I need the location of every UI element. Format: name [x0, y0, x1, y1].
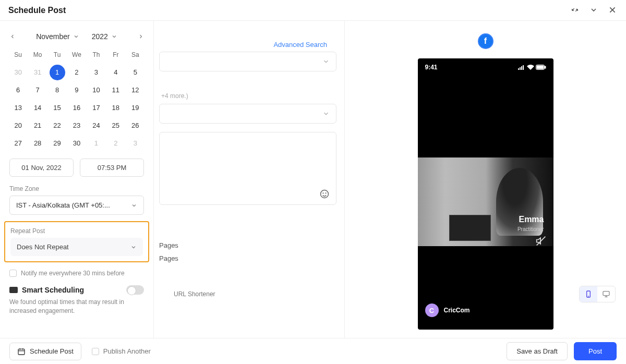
publish-another-label: Publish Another	[103, 347, 151, 355]
advanced-search-link[interactable]: Advanced Search	[159, 41, 336, 48]
prev-month-icon[interactable]	[9, 33, 16, 40]
phone-preview: 9:41 Emma Practitioner C CricCom	[418, 58, 553, 330]
date-input[interactable]: 01 Nov, 2022	[9, 159, 74, 177]
svg-rect-18	[18, 349, 25, 355]
repeat-select[interactable]: Does Not Repeat	[10, 238, 143, 256]
calendar-day[interactable]: 6	[10, 82, 26, 98]
calendar-day[interactable]: 12	[127, 82, 143, 98]
story-image	[418, 157, 553, 246]
account-select[interactable]	[159, 52, 336, 71]
mobile-preview-button[interactable]	[580, 286, 597, 302]
page-title: Schedule Post	[8, 6, 66, 15]
schedule-post-button[interactable]: Schedule Post	[9, 343, 81, 360]
svg-point-3	[323, 193, 323, 193]
phone-time: 9:41	[425, 64, 438, 71]
facebook-icon[interactable]: f	[478, 33, 493, 49]
svg-rect-7	[521, 66, 522, 70]
calendar-day[interactable]: 5	[127, 65, 143, 80]
svg-rect-6	[520, 67, 521, 70]
svg-point-2	[321, 190, 329, 198]
calendar-day[interactable]: 13	[10, 100, 26, 116]
smart-scheduling-toggle[interactable]	[126, 285, 144, 295]
timezone-value: IST - Asia/Kolkata (GMT +05:...	[16, 201, 110, 209]
repeat-label: Repeat Post	[10, 227, 143, 235]
calendar-day[interactable]: 7	[30, 82, 45, 98]
calendar-day[interactable]: 3	[127, 136, 143, 151]
calendar-day[interactable]: 26	[127, 118, 143, 134]
calendar-day[interactable]: 15	[50, 100, 65, 116]
calendar-day[interactable]: 30	[69, 136, 85, 151]
close-icon[interactable]	[608, 6, 618, 15]
calendar-day[interactable]: 22	[50, 118, 65, 134]
story-avatar: C	[425, 304, 439, 317]
calendar-day[interactable]: 1	[50, 65, 65, 80]
notify-label: Notify me everywhere 30 mins before	[21, 270, 125, 277]
footer-bar: Schedule Post Publish Another Save as Dr…	[0, 338, 626, 364]
more-count: +4 more.)	[159, 92, 336, 100]
calendar-day[interactable]: 31	[30, 65, 45, 80]
calendar-day[interactable]: 25	[108, 118, 124, 134]
secondary-select[interactable]	[159, 104, 336, 124]
timezone-select[interactable]: IST - Asia/Kolkata (GMT +05:...	[9, 196, 144, 215]
preview-pane: f 9:41 Emma Practitioner C CricCom	[344, 21, 626, 339]
compose-pane: Advanced Search +4 more.) Pages Pages UR…	[154, 21, 342, 339]
svg-rect-11	[537, 66, 544, 69]
publish-another-checkbox[interactable]: Publish Another	[92, 347, 151, 355]
calendar-day[interactable]: 18	[108, 100, 124, 116]
minimize-icon[interactable]	[571, 6, 580, 15]
month-label: November	[36, 32, 70, 41]
calendar-day[interactable]: 17	[88, 100, 104, 116]
calendar-day[interactable]: 28	[30, 136, 45, 151]
calendar-day[interactable]: 20	[10, 118, 26, 134]
calendar-weekday: Fr	[107, 47, 124, 63]
calendar-day[interactable]: 23	[69, 118, 85, 134]
post-content-input[interactable]	[159, 132, 336, 205]
svg-rect-15	[603, 292, 609, 296]
calendar-weekday: Mo	[29, 47, 46, 63]
calendar-day[interactable]: 16	[69, 100, 85, 116]
url-shortener-link[interactable]: URL Shortener	[174, 290, 336, 298]
calendar-day[interactable]: 11	[108, 82, 124, 98]
post-button[interactable]: Post	[574, 342, 617, 360]
calendar-day[interactable]: 4	[108, 65, 124, 80]
calendar-day[interactable]: 1	[88, 136, 104, 151]
save-draft-button[interactable]: Save as Draft	[507, 342, 568, 360]
story-name: Emma	[519, 215, 544, 224]
calendar-day[interactable]: 8	[50, 82, 65, 98]
smart-scheduling-desc: We found optimal times that may result i…	[9, 298, 144, 316]
calendar-day[interactable]: 10	[88, 82, 104, 98]
pages-label-2: Pages	[159, 254, 336, 262]
mute-icon[interactable]	[536, 236, 546, 246]
month-selector[interactable]: November	[36, 32, 79, 41]
calendar-day[interactable]: 21	[30, 118, 45, 134]
phone-status-icons	[518, 64, 546, 71]
next-month-icon[interactable]	[138, 33, 144, 40]
year-selector[interactable]: 2022	[92, 32, 117, 41]
calendar-day[interactable]: 19	[127, 100, 143, 116]
year-label: 2022	[92, 32, 108, 41]
calendar-day[interactable]: 3	[88, 65, 104, 80]
calendar-weekday: Tu	[49, 47, 66, 63]
time-input[interactable]: 07:53 PM	[80, 159, 144, 177]
calendar-day[interactable]: 9	[69, 82, 85, 98]
schedule-panel: November 2022 SuMoTuWeThFrSa303112345678…	[0, 21, 154, 339]
calendar-day[interactable]: 2	[69, 65, 85, 80]
device-toggle	[579, 286, 616, 302]
notify-checkbox-row[interactable]: Notify me everywhere 30 mins before	[9, 270, 144, 277]
publish-another-box[interactable]	[92, 348, 99, 355]
calendar-day[interactable]: 27	[10, 136, 26, 151]
pages-label-1: Pages	[159, 241, 336, 249]
calendar-day[interactable]: 29	[50, 136, 65, 151]
calendar-day[interactable]: 14	[30, 100, 45, 116]
notify-checkbox[interactable]	[9, 270, 17, 277]
emoji-picker-icon[interactable]	[319, 189, 330, 199]
calendar-day[interactable]: 2	[108, 136, 124, 151]
desktop-preview-button[interactable]	[597, 286, 615, 302]
schedule-post-label: Schedule Post	[30, 347, 74, 355]
calendar-weekday: Su	[9, 47, 27, 63]
calendar-day[interactable]: 30	[10, 65, 26, 80]
calendar-day[interactable]: 24	[88, 118, 104, 134]
header-controls	[571, 6, 618, 15]
repeat-post-section: Repeat Post Does Not Repeat	[4, 221, 149, 262]
chevron-down-icon[interactable]	[589, 6, 599, 15]
